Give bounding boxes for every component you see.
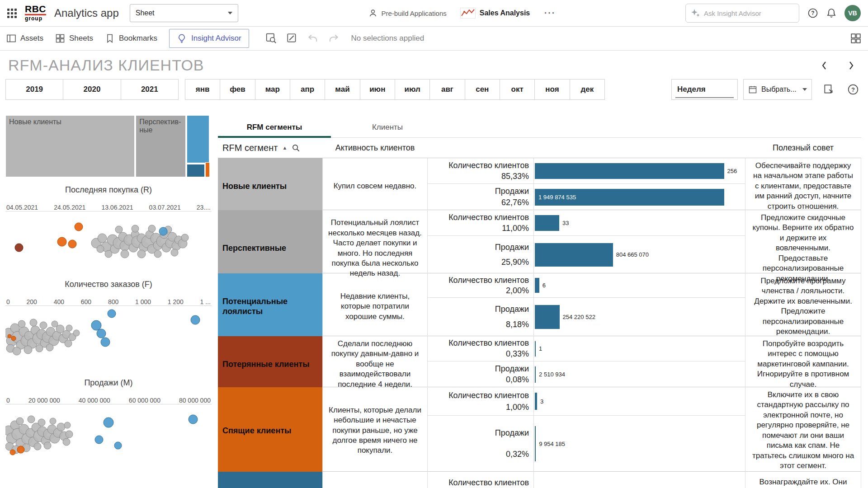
sort-asc-icon[interactable]: ▲ xyxy=(282,145,287,150)
month-button-мар[interactable]: мар xyxy=(255,79,290,100)
scatter-point[interactable] xyxy=(40,322,47,329)
scatter-point[interactable] xyxy=(36,345,43,352)
scatter-point[interactable] xyxy=(73,330,80,336)
step-back-icon[interactable] xyxy=(307,33,319,44)
month-button-сен[interactable]: сен xyxy=(465,79,500,100)
step-forward-icon[interactable] xyxy=(328,33,340,44)
scatter-point[interactable] xyxy=(66,325,72,331)
month-button-май[interactable]: май xyxy=(325,79,360,100)
scatter-point[interactable] xyxy=(57,423,65,431)
month-button-фев[interactable]: фев xyxy=(220,79,255,100)
sheet-layout-icon[interactable] xyxy=(850,33,862,44)
selections-tool-icon[interactable] xyxy=(265,33,277,44)
scatter-point[interactable] xyxy=(17,446,24,453)
scatter-point[interactable] xyxy=(189,415,198,424)
scatter-point[interactable] xyxy=(63,438,70,446)
tab-clients[interactable]: Клиенты xyxy=(331,117,444,137)
month-button-июн[interactable]: июн xyxy=(360,79,395,100)
scatter-point[interactable] xyxy=(181,234,189,241)
metric-bar[interactable] xyxy=(535,278,539,293)
more-options-icon[interactable]: ⋯ xyxy=(543,9,555,17)
month-button-дек[interactable]: дек xyxy=(570,79,605,100)
segment-cell[interactable]: Спящие клиенты xyxy=(218,387,322,474)
scatter-point[interactable] xyxy=(191,315,200,324)
scatter-point[interactable] xyxy=(52,321,58,327)
scatter-point[interactable] xyxy=(137,250,146,258)
scatter-point[interactable] xyxy=(171,249,178,256)
month-button-окт[interactable]: окт xyxy=(500,79,535,100)
ask-insight-advisor-box[interactable] xyxy=(685,4,799,23)
segment-cell[interactable]: Потерянные клиенты xyxy=(218,336,322,392)
scatter-point[interactable] xyxy=(30,319,37,326)
month-button-июл[interactable]: июл xyxy=(395,79,430,100)
metric-bar[interactable] xyxy=(535,305,560,329)
scatter-point[interactable] xyxy=(57,237,66,246)
scatter-point[interactable] xyxy=(11,336,16,341)
metric-bar[interactable] xyxy=(535,243,613,267)
metric-bar[interactable] xyxy=(535,393,537,410)
month-button-янв[interactable]: янв xyxy=(185,79,220,100)
metric-bar[interactable] xyxy=(535,163,724,179)
scatter-point[interactable] xyxy=(154,250,161,258)
year-button-2021[interactable]: 2021 xyxy=(121,79,179,100)
scatter-point[interactable] xyxy=(10,450,15,455)
treemap-block-new-clients[interactable]: Новые клиенты xyxy=(5,115,135,177)
scatter-point[interactable] xyxy=(91,320,101,330)
metric-bar[interactable] xyxy=(535,215,559,231)
scatter-point[interactable] xyxy=(105,250,112,258)
metric-bar[interactable]: 1 949 874 535 xyxy=(535,189,724,206)
assets-button[interactable]: Assets xyxy=(6,33,43,43)
date-select-dropdown[interactable]: Выбрать... xyxy=(743,79,812,100)
segment-cell[interactable]: Новые клиенты xyxy=(218,158,322,214)
scatter-point[interactable] xyxy=(132,225,139,232)
segment-column-header[interactable]: RFM сегмент ▲ xyxy=(218,143,322,153)
tab-rfm-segments[interactable]: RFM сегменты xyxy=(218,117,331,137)
scatter-point[interactable] xyxy=(16,418,24,425)
scatter-point[interactable] xyxy=(46,344,53,351)
scatter-point[interactable] xyxy=(13,347,21,355)
ask-insight-advisor-input[interactable] xyxy=(704,9,794,17)
segment-cell[interactable] xyxy=(218,472,322,488)
clear-selections-icon[interactable] xyxy=(286,33,298,44)
scatter-point[interactable] xyxy=(64,422,71,428)
filter-help[interactable]: ? xyxy=(847,79,859,100)
scatter-point[interactable] xyxy=(50,418,56,424)
metric-bar[interactable] xyxy=(535,426,536,461)
user-avatar[interactable]: VB xyxy=(844,5,861,21)
scatter-point[interactable] xyxy=(15,244,23,252)
scatter-point[interactable] xyxy=(159,227,167,235)
month-button-авг[interactable]: авг xyxy=(429,79,465,100)
scatter-point[interactable] xyxy=(38,419,45,426)
segment-cell[interactable]: Потенциальные лоялисты xyxy=(218,273,322,340)
scatter-point[interactable] xyxy=(108,310,116,318)
treemap-block-dark-blue[interactable] xyxy=(187,164,205,177)
year-button-2020[interactable]: 2020 xyxy=(63,79,121,100)
notifications-bell-icon[interactable] xyxy=(826,8,836,19)
scatter-point[interactable] xyxy=(68,240,76,248)
metric-bar[interactable] xyxy=(535,366,536,383)
scatter-point[interactable] xyxy=(24,346,32,354)
scatter-point[interactable] xyxy=(97,329,106,338)
scatter-point[interactable] xyxy=(97,245,104,253)
help-icon[interactable]: ? xyxy=(807,8,818,19)
scatter-point[interactable] xyxy=(104,418,113,427)
scatter-point[interactable] xyxy=(18,320,25,328)
prebuild-applications-link[interactable]: Pre-build Applications xyxy=(368,9,447,18)
month-button-ноя[interactable]: ноя xyxy=(534,79,570,100)
prev-sheet-icon[interactable] xyxy=(821,61,827,70)
selection-tool-shortcut[interactable] xyxy=(823,79,835,100)
scatter-point[interactable] xyxy=(121,250,129,258)
next-sheet-icon[interactable] xyxy=(848,61,854,70)
sheet-selector[interactable]: Sheet xyxy=(130,4,238,22)
scatter-point[interactable] xyxy=(65,340,72,347)
scatter-point[interactable] xyxy=(66,431,73,438)
year-button-2019[interactable]: 2019 xyxy=(5,79,63,100)
metric-bar[interactable] xyxy=(535,341,536,357)
scatter-point[interactable] xyxy=(34,443,41,450)
treemap-block-promising[interactable]: Перспектив-ные xyxy=(136,115,185,177)
scatter-point[interactable] xyxy=(75,223,83,231)
scatter-point[interactable] xyxy=(148,225,156,232)
scatter-point[interactable] xyxy=(8,334,11,338)
scatter-point[interactable] xyxy=(101,338,110,347)
sheets-button[interactable]: Sheets xyxy=(55,33,93,43)
